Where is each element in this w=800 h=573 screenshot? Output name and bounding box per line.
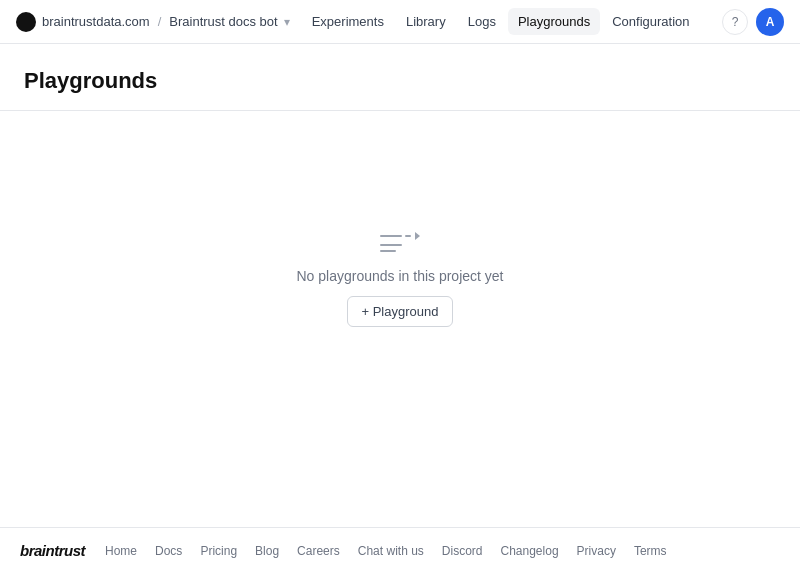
nav-link-logs[interactable]: Logs (458, 8, 506, 35)
brand-area: braintrustdata.com / Braintrust docs bot… (16, 12, 290, 32)
avatar[interactable]: A (756, 8, 784, 36)
project-chevron-icon[interactable]: ▾ (284, 15, 290, 29)
nav-link-playgrounds[interactable]: Playgrounds (508, 8, 600, 35)
empty-state: No playgrounds in this project yet + Pla… (24, 111, 776, 527)
nav-link-experiments[interactable]: Experiments (302, 8, 394, 35)
footer-link-changelog[interactable]: Changelog (501, 544, 559, 558)
nav-link-configuration[interactable]: Configuration (602, 8, 699, 35)
main-content: Playgrounds No playgrounds in this proje… (0, 44, 800, 527)
footer-link-privacy[interactable]: Privacy (577, 544, 616, 558)
empty-message: No playgrounds in this project yet (297, 268, 504, 284)
footer-link-blog[interactable]: Blog (255, 544, 279, 558)
footer-link-docs[interactable]: Docs (155, 544, 182, 558)
brand-logo-icon (16, 12, 36, 32)
add-playground-button[interactable]: + Playground (347, 296, 454, 327)
footer-link-terms[interactable]: Terms (634, 544, 667, 558)
nav-link-library[interactable]: Library (396, 8, 456, 35)
footer: braintrust HomeDocsPricingBlogCareersCha… (0, 527, 800, 573)
footer-link-home[interactable]: Home (105, 544, 137, 558)
page-title: Playgrounds (24, 68, 776, 94)
footer-link-chat-with-us[interactable]: Chat with us (358, 544, 424, 558)
brand-separator: / (158, 14, 162, 29)
footer-link-pricing[interactable]: Pricing (200, 544, 237, 558)
project-name[interactable]: Braintrust docs bot (169, 14, 277, 29)
footer-links: HomeDocsPricingBlogCareersChat with usDi… (105, 544, 780, 558)
site-name[interactable]: braintrustdata.com (42, 14, 150, 29)
footer-link-discord[interactable]: Discord (442, 544, 483, 558)
help-button[interactable]: ? (722, 9, 748, 35)
footer-logo: braintrust (20, 542, 85, 559)
top-nav: braintrustdata.com / Braintrust docs bot… (0, 0, 800, 44)
nav-links: ExperimentsLibraryLogsPlaygroundsConfigu… (302, 8, 718, 35)
empty-state-icon (380, 232, 420, 252)
footer-link-careers[interactable]: Careers (297, 544, 340, 558)
nav-right: ? A (722, 8, 784, 36)
